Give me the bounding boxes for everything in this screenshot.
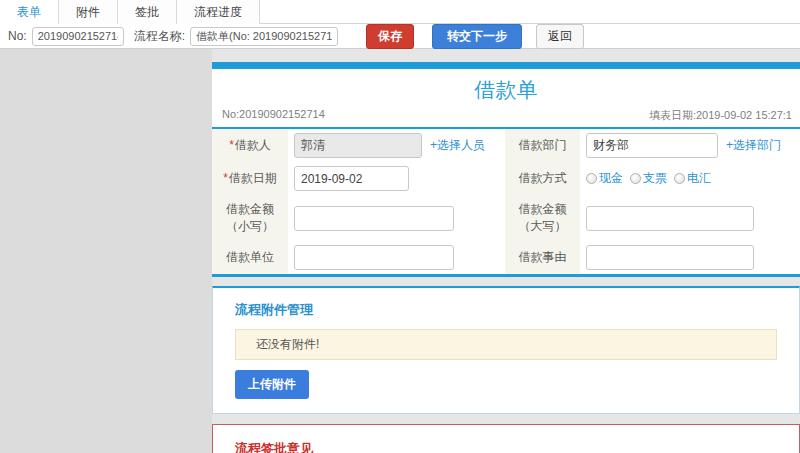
select-person-link[interactable]: +选择人员: [430, 137, 485, 154]
upload-attachment-button[interactable]: 上传附件: [235, 370, 309, 399]
radio-icon[interactable]: [630, 173, 641, 184]
radio-cash[interactable]: 现金: [586, 170, 623, 187]
approval-title: 流程签批意见: [235, 440, 799, 453]
select-department-link[interactable]: +选择部门: [726, 137, 781, 154]
department-label: 借款部门: [505, 129, 580, 162]
unit-label: 借款单位: [212, 241, 288, 274]
tab-bar: 表单 附件 签批 流程进度: [0, 0, 800, 24]
attachments-title: 流程附件管理: [235, 301, 799, 319]
required-mark: *: [229, 138, 234, 152]
page-background: 借款单 No:20190902152714 填表日期:2019-09-02 15…: [0, 49, 800, 453]
reason-input[interactable]: [586, 245, 754, 270]
page-title: 借款单: [212, 69, 800, 106]
borrow-method-label: 借款方式: [505, 162, 580, 195]
amount-big-field: [580, 195, 800, 241]
attachments-empty-notice: 还没有附件!: [235, 329, 777, 360]
next-step-button[interactable]: 转交下一步: [432, 24, 522, 49]
no-input[interactable]: [32, 27, 124, 46]
borrow-date-field: [288, 162, 505, 195]
tab-attachments[interactable]: 附件: [59, 0, 118, 24]
amount-big-label: 借款金额（大写）: [505, 195, 580, 241]
unit-input[interactable]: [294, 245, 454, 270]
amount-big-input[interactable]: [586, 206, 754, 231]
loan-form-table: *借款人 +选择人员 借款部门 +选择部门 *借款日期: [212, 127, 800, 274]
amount-small-field: [288, 195, 505, 241]
doc-number: No:20190902152714: [222, 108, 325, 123]
borrow-method-radios: 现金 支票 电汇: [586, 170, 711, 187]
back-button[interactable]: 返回: [536, 24, 584, 49]
borrow-date-label: *借款日期: [212, 162, 288, 195]
radio-icon[interactable]: [674, 173, 685, 184]
unit-field: [288, 241, 505, 274]
borrower-label: *借款人: [212, 129, 288, 162]
department-input[interactable]: [586, 133, 718, 158]
radio-wire[interactable]: 电汇: [674, 170, 711, 187]
approval-card: 流程签批意见 B I abc ⚑: [212, 424, 800, 453]
radio-icon[interactable]: [586, 173, 597, 184]
tab-form[interactable]: 表单: [0, 0, 59, 24]
amount-small-label: 借款金额（小写）: [212, 195, 288, 241]
content-panel: 借款单 No:20190902152714 填表日期:2019-09-02 15…: [212, 49, 800, 453]
borrow-date-input[interactable]: [294, 166, 409, 191]
loan-form-card: 借款单 No:20190902152714 填表日期:2019-09-02 15…: [212, 62, 800, 277]
no-label: No:: [8, 29, 27, 43]
form-meta-row: No:20190902152714 填表日期:2019-09-02 15:27:…: [212, 106, 800, 127]
reason-field: [580, 241, 800, 274]
required-mark: *: [223, 171, 228, 185]
borrower-input[interactable]: [294, 133, 422, 158]
borrow-method-field: 现金 支票 电汇: [580, 162, 800, 195]
save-button[interactable]: 保存: [366, 24, 414, 49]
department-field: +选择部门: [580, 129, 800, 162]
tab-approval[interactable]: 签批: [118, 0, 177, 24]
radio-check[interactable]: 支票: [630, 170, 667, 187]
amount-small-input[interactable]: [294, 206, 454, 231]
flow-name-input[interactable]: [190, 27, 338, 46]
reason-label: 借款事由: [505, 241, 580, 274]
borrower-field: +选择人员: [288, 129, 505, 162]
flow-name-label: 流程名称:: [134, 28, 185, 45]
toolbar-row: No: 流程名称: 保存 转交下一步 返回: [0, 24, 800, 49]
tab-progress[interactable]: 流程进度: [177, 0, 260, 24]
attachments-card: 流程附件管理 还没有附件! 上传附件: [212, 286, 800, 414]
fill-date: 填表日期:2019-09-02 15:27:1: [649, 108, 792, 123]
